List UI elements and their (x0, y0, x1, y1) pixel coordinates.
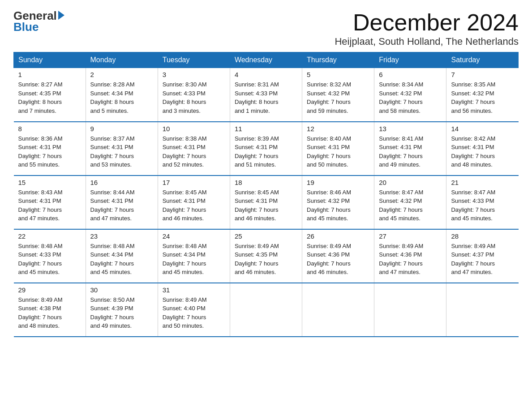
day-info: Sunrise: 8:45 AM Sunset: 4:31 PM Dayligh… (235, 188, 297, 223)
day-info: Sunrise: 8:32 AM Sunset: 4:32 PM Dayligh… (307, 80, 369, 115)
logo: General Blue (13, 9, 64, 34)
day-number: 15 (18, 179, 81, 186)
day-info: Sunrise: 8:30 AM Sunset: 4:33 PM Dayligh… (163, 80, 225, 115)
table-row: 29 Sunrise: 8:49 AM Sunset: 4:38 PM Dayl… (14, 283, 86, 337)
day-info: Sunrise: 8:44 AM Sunset: 4:31 PM Dayligh… (90, 188, 153, 223)
table-row: 13 Sunrise: 8:41 AM Sunset: 4:31 PM Dayl… (374, 122, 446, 176)
logo-arrow-icon (58, 11, 64, 20)
table-row: 7 Sunrise: 8:35 AM Sunset: 4:32 PM Dayli… (446, 68, 519, 122)
day-info: Sunrise: 8:47 AM Sunset: 4:32 PM Dayligh… (379, 188, 442, 223)
table-row: 6 Sunrise: 8:34 AM Sunset: 4:32 PM Dayli… (374, 68, 446, 122)
header-sunday: Sunday (14, 52, 86, 68)
day-info: Sunrise: 8:45 AM Sunset: 4:31 PM Dayligh… (163, 188, 225, 223)
day-number: 7 (451, 71, 514, 78)
table-row: 26 Sunrise: 8:49 AM Sunset: 4:36 PM Dayl… (302, 229, 374, 283)
table-row: 22 Sunrise: 8:48 AM Sunset: 4:33 PM Dayl… (14, 229, 86, 283)
calendar-week-row: 1 Sunrise: 8:27 AM Sunset: 4:35 PM Dayli… (14, 68, 519, 122)
day-info: Sunrise: 8:50 AM Sunset: 4:39 PM Dayligh… (90, 295, 153, 330)
table-row: 27 Sunrise: 8:49 AM Sunset: 4:36 PM Dayl… (374, 229, 446, 283)
header-monday: Monday (86, 52, 158, 68)
table-row: 15 Sunrise: 8:43 AM Sunset: 4:31 PM Dayl… (14, 176, 86, 229)
day-info: Sunrise: 8:48 AM Sunset: 4:34 PM Dayligh… (163, 242, 225, 277)
day-info: Sunrise: 8:31 AM Sunset: 4:33 PM Dayligh… (235, 80, 297, 115)
calendar-week-row: 29 Sunrise: 8:49 AM Sunset: 4:38 PM Dayl… (14, 283, 519, 337)
day-number: 17 (163, 179, 225, 186)
day-number: 14 (451, 125, 514, 133)
day-info: Sunrise: 8:42 AM Sunset: 4:31 PM Dayligh… (451, 134, 514, 169)
table-row: 18 Sunrise: 8:45 AM Sunset: 4:31 PM Dayl… (230, 176, 302, 229)
day-number: 19 (307, 179, 369, 186)
month-title: December 2024 (335, 9, 519, 36)
table-row: 17 Sunrise: 8:45 AM Sunset: 4:31 PM Dayl… (158, 176, 230, 229)
header-thursday: Thursday (302, 52, 374, 68)
calendar-week-row: 15 Sunrise: 8:43 AM Sunset: 4:31 PM Dayl… (14, 176, 519, 229)
header-wednesday: Wednesday (230, 52, 302, 68)
day-number: 1 (18, 71, 81, 78)
day-info: Sunrise: 8:49 AM Sunset: 4:37 PM Dayligh… (451, 242, 514, 277)
day-number: 22 (18, 232, 81, 240)
day-number: 24 (163, 232, 225, 240)
calendar-week-row: 8 Sunrise: 8:36 AM Sunset: 4:31 PM Dayli… (14, 122, 519, 176)
table-row: 20 Sunrise: 8:47 AM Sunset: 4:32 PM Dayl… (374, 176, 446, 229)
day-info: Sunrise: 8:43 AM Sunset: 4:31 PM Dayligh… (18, 188, 81, 223)
table-row: 25 Sunrise: 8:49 AM Sunset: 4:35 PM Dayl… (230, 229, 302, 283)
day-info: Sunrise: 8:48 AM Sunset: 4:34 PM Dayligh… (90, 242, 153, 277)
day-info: Sunrise: 8:49 AM Sunset: 4:36 PM Dayligh… (379, 242, 442, 277)
table-row: 12 Sunrise: 8:40 AM Sunset: 4:31 PM Dayl… (302, 122, 374, 176)
table-row: 14 Sunrise: 8:42 AM Sunset: 4:31 PM Dayl… (446, 122, 519, 176)
day-number: 13 (379, 125, 442, 133)
day-info: Sunrise: 8:49 AM Sunset: 4:38 PM Dayligh… (18, 295, 81, 330)
table-row: 9 Sunrise: 8:37 AM Sunset: 4:31 PM Dayli… (86, 122, 158, 176)
day-number: 29 (18, 286, 81, 294)
day-number: 3 (163, 71, 225, 78)
day-number: 21 (451, 179, 514, 186)
day-number: 11 (235, 125, 297, 133)
table-row: 28 Sunrise: 8:49 AM Sunset: 4:37 PM Dayl… (446, 229, 519, 283)
table-row: 23 Sunrise: 8:48 AM Sunset: 4:34 PM Dayl… (86, 229, 158, 283)
calendar-table: Sunday Monday Tuesday Wednesday Thursday… (13, 52, 519, 337)
table-row: 24 Sunrise: 8:48 AM Sunset: 4:34 PM Dayl… (158, 229, 230, 283)
day-info: Sunrise: 8:38 AM Sunset: 4:31 PM Dayligh… (163, 134, 225, 169)
day-number: 27 (379, 232, 442, 240)
table-row: 19 Sunrise: 8:46 AM Sunset: 4:32 PM Dayl… (302, 176, 374, 229)
day-info: Sunrise: 8:37 AM Sunset: 4:31 PM Dayligh… (90, 134, 153, 169)
table-row: 5 Sunrise: 8:32 AM Sunset: 4:32 PM Dayli… (302, 68, 374, 122)
day-info: Sunrise: 8:47 AM Sunset: 4:33 PM Dayligh… (451, 188, 514, 223)
day-info: Sunrise: 8:40 AM Sunset: 4:31 PM Dayligh… (307, 134, 369, 169)
day-info: Sunrise: 8:34 AM Sunset: 4:32 PM Dayligh… (379, 80, 442, 115)
header-friday: Friday (374, 52, 446, 68)
day-number: 4 (235, 71, 297, 78)
header-saturday: Saturday (446, 52, 519, 68)
page-header: General Blue December 2024 Heijplaat, So… (13, 9, 519, 47)
table-row: 1 Sunrise: 8:27 AM Sunset: 4:35 PM Dayli… (14, 68, 86, 122)
day-info: Sunrise: 8:27 AM Sunset: 4:35 PM Dayligh… (18, 80, 81, 115)
day-info: Sunrise: 8:48 AM Sunset: 4:33 PM Dayligh… (18, 242, 81, 277)
day-info: Sunrise: 8:41 AM Sunset: 4:31 PM Dayligh… (379, 134, 442, 169)
table-row: 10 Sunrise: 8:38 AM Sunset: 4:31 PM Dayl… (158, 122, 230, 176)
header-tuesday: Tuesday (158, 52, 230, 68)
table-row (302, 283, 374, 337)
location-title: Heijplaat, South Holland, The Netherland… (335, 36, 519, 47)
day-number: 16 (90, 179, 153, 186)
day-number: 10 (163, 125, 225, 133)
day-info: Sunrise: 8:28 AM Sunset: 4:34 PM Dayligh… (90, 80, 153, 115)
table-row: 2 Sunrise: 8:28 AM Sunset: 4:34 PM Dayli… (86, 68, 158, 122)
day-number: 28 (451, 232, 514, 240)
table-row: 4 Sunrise: 8:31 AM Sunset: 4:33 PM Dayli… (230, 68, 302, 122)
calendar-header-row: Sunday Monday Tuesday Wednesday Thursday… (14, 52, 519, 68)
table-row: 16 Sunrise: 8:44 AM Sunset: 4:31 PM Dayl… (86, 176, 158, 229)
table-row (446, 283, 519, 337)
table-row: 31 Sunrise: 8:49 AM Sunset: 4:40 PM Dayl… (158, 283, 230, 337)
calendar-week-row: 22 Sunrise: 8:48 AM Sunset: 4:33 PM Dayl… (14, 229, 519, 283)
day-number: 30 (90, 286, 153, 294)
day-number: 23 (90, 232, 153, 240)
table-row: 8 Sunrise: 8:36 AM Sunset: 4:31 PM Dayli… (14, 122, 86, 176)
day-number: 8 (18, 125, 81, 133)
day-number: 25 (235, 232, 297, 240)
day-number: 26 (307, 232, 369, 240)
day-number: 12 (307, 125, 369, 133)
day-info: Sunrise: 8:46 AM Sunset: 4:32 PM Dayligh… (307, 188, 369, 223)
day-number: 5 (307, 71, 369, 78)
table-row (230, 283, 302, 337)
day-info: Sunrise: 8:36 AM Sunset: 4:31 PM Dayligh… (18, 134, 81, 169)
